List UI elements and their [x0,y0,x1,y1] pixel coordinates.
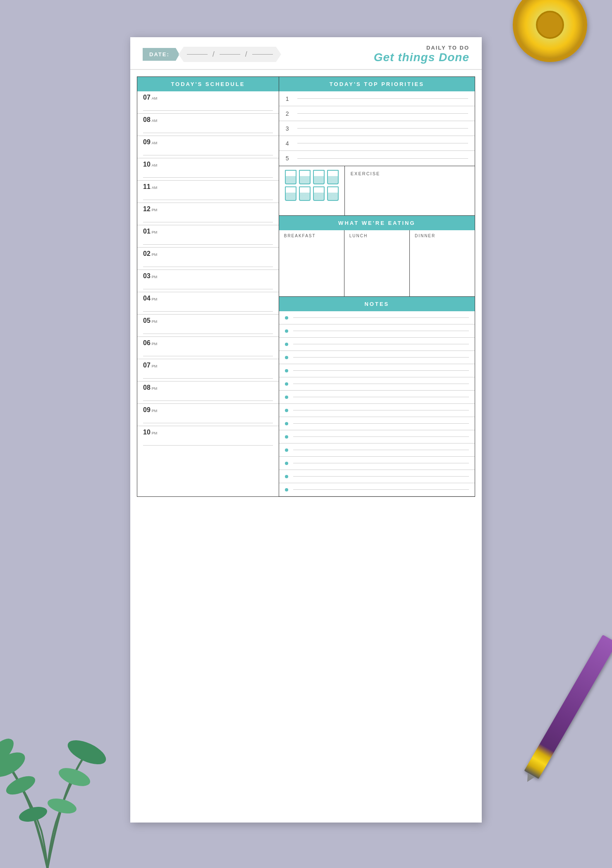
time-meridiem: PM [152,409,158,413]
time-meridiem: AM [152,141,158,145]
time-meridiem: PM [152,320,158,324]
time-slot-09am: 09AM [137,136,279,158]
note-item [279,338,475,351]
priority-item-2: 2 [279,106,475,121]
note-bullet [285,382,288,386]
note-bullet [285,422,288,425]
water-glass-3 [313,171,325,184]
lunch-label: LUNCH [349,234,404,238]
note-item [279,483,475,496]
time-meridiem: PM [152,208,158,212]
schedule-column: TODAY'S SCHEDULE 07AM 08AM 09AM 10AM 11A… [137,77,279,496]
note-item [279,430,475,444]
exercise-label: EXERCISE [351,171,469,176]
note-bullet [285,448,288,452]
time-slot-05pm: 05PM [137,315,279,337]
date-label: DATE: [143,48,179,61]
priority-item-4: 4 [279,136,475,151]
priority-item-1: 1 [279,91,475,106]
svg-point-4 [3,773,38,799]
time-slot-10pm: 10PM [137,426,279,448]
time-meridiem: PM [152,342,158,346]
priorities-section: TODAY'S TOP PRIORITIES 1 2 3 4 [279,77,475,166]
date-slash-1: / [213,50,215,59]
note-item [279,351,475,364]
note-item [279,417,475,430]
note-bullet [285,435,288,439]
water-glass-8 [327,188,339,201]
note-bullet [285,356,288,359]
time-meridiem: AM [152,96,158,100]
daily-label: DAILY TO DO [374,45,469,51]
time-slot-07pm: 07PM [137,359,279,382]
time-hour: 12 [143,205,151,213]
eating-header: WHAT WE'RE EATING [279,216,475,230]
time-hour: 02 [143,250,151,258]
notes-section: NOTES [279,297,475,496]
notes-header: NOTES [279,297,475,311]
note-bullet [285,488,288,491]
priority-number: 4 [286,140,292,147]
time-hour: 09 [143,138,151,146]
date-fields: / / [179,47,281,62]
time-slot-10am: 10AM [137,158,279,181]
tape-roll-decoration [513,0,587,62]
water-glass-1 [285,171,296,184]
meal-breakfast: BREAKFAST [279,230,344,296]
meal-lunch: LUNCH [344,230,410,296]
note-bullet [285,396,288,399]
time-meridiem: AM [152,186,158,190]
priority-item-3: 3 [279,121,475,136]
main-content: TODAY'S SCHEDULE 07AM 08AM 09AM 10AM 11A… [137,76,475,497]
time-meridiem: PM [152,386,158,391]
time-hour: 10 [143,161,151,168]
svg-point-3 [56,764,92,789]
note-bullet [285,369,288,372]
water-exercise-section: EXERCISE [279,166,475,216]
note-item [279,457,475,470]
date-section: DATE: / / [143,47,281,62]
time-slot-02pm: 02PM [137,248,279,270]
water-glass-2 [299,171,311,184]
note-item [279,444,475,457]
time-slot-11am: 11AM [137,181,279,203]
time-slot-01pm: 01PM [137,225,279,248]
note-item [279,391,475,404]
time-hour: 08 [143,384,151,391]
date-slash-2: / [245,50,247,59]
page-header: DATE: / / DAILY TO DO Get things Done [130,37,482,70]
note-bullet [285,343,288,346]
time-slot-07am: 07AM [137,91,279,114]
note-item [279,404,475,417]
meal-columns: BREAKFAST LUNCH DINNER [279,230,475,296]
time-hour: 06 [143,339,151,347]
time-slot-12pm: 12PM [137,203,279,225]
meal-dinner: DINNER [410,230,475,296]
time-meridiem: PM [152,275,158,279]
water-glass-7 [313,188,325,201]
tagline: Get things Done [374,51,469,64]
breakfast-label: BREAKFAST [284,234,339,238]
exercise-section: EXERCISE [345,166,475,215]
time-slot-08pm: 08PM [137,382,279,404]
priorities-header: TODAY'S TOP PRIORITIES [279,77,475,91]
schedule-header: TODAY'S SCHEDULE [137,77,279,91]
time-hour: 01 [143,228,151,235]
time-slot-06pm: 06PM [137,337,279,359]
time-hour: 07 [143,94,151,101]
time-meridiem: PM [152,297,158,301]
time-meridiem: AM [152,119,158,123]
note-item [279,311,475,324]
note-bullet [285,329,288,333]
water-row-1 [285,171,339,184]
water-row-2 [285,188,339,201]
time-hour: 09 [143,406,151,414]
water-glass-6 [299,188,311,201]
time-hour: 10 [143,429,151,436]
water-glass-5 [285,188,296,201]
time-slot-04pm: 04PM [137,292,279,315]
time-hour: 07 [143,362,151,369]
priority-item-5: 5 [279,151,475,166]
time-hour: 11 [143,183,151,191]
note-bullet [285,475,288,478]
